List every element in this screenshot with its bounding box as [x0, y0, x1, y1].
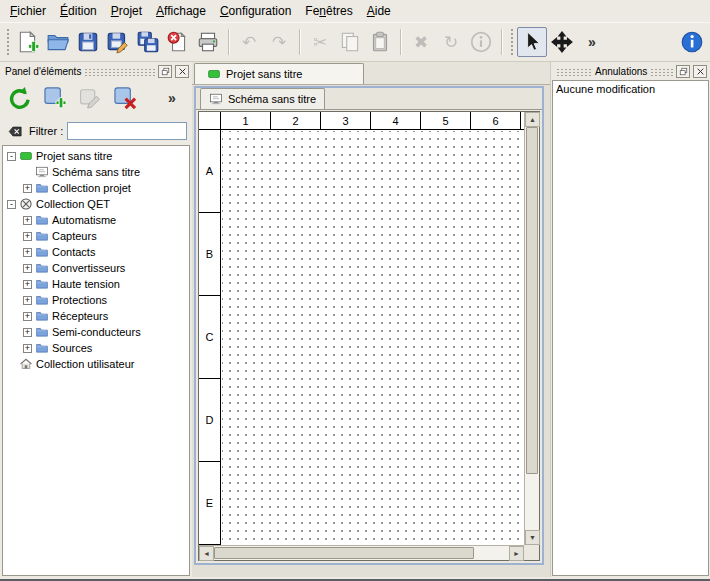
- menu-affichage[interactable]: Affichage: [149, 0, 213, 22]
- expander-plus-icon[interactable]: +: [23, 264, 32, 273]
- expander-plus-icon[interactable]: +: [23, 184, 32, 193]
- expander-plus-icon[interactable]: +: [23, 296, 32, 305]
- rotate-button[interactable]: ↻: [436, 27, 466, 57]
- undo-panel-drag-handle-left[interactable]: [556, 68, 592, 76]
- save-button[interactable]: [73, 27, 103, 57]
- horizontal-scroll-thumb[interactable]: [214, 547, 474, 559]
- undo-history-list[interactable]: Aucune modification: [552, 80, 709, 576]
- paste-icon: [368, 30, 392, 54]
- menu-projet[interactable]: Projet: [104, 0, 149, 22]
- close-document-button[interactable]: [163, 27, 193, 57]
- tree-item[interactable]: +Convertisseurs: [3, 260, 189, 276]
- tree-item[interactable]: Collection utilisateur: [3, 356, 189, 372]
- tree-item[interactable]: -Projet sans titre: [3, 148, 189, 164]
- expander-minus-icon[interactable]: -: [7, 152, 16, 161]
- scroll-tool-button[interactable]: [547, 27, 577, 57]
- cursor-icon: [520, 30, 544, 54]
- info-blue-icon: [680, 30, 704, 54]
- open-document-button[interactable]: [43, 27, 73, 57]
- redo-button[interactable]: ↷: [264, 27, 294, 57]
- expander-plus-icon[interactable]: +: [23, 328, 32, 337]
- scroll-left-button[interactable]: ◄: [199, 546, 214, 561]
- tab-schema[interactable]: Schéma sans titre: [200, 88, 325, 109]
- delete-button[interactable]: ✖: [406, 27, 436, 57]
- float-elements-panel-button[interactable]: [158, 65, 172, 78]
- column-header: 4: [371, 112, 421, 129]
- new-element-button[interactable]: [39, 82, 71, 114]
- row-header: A: [199, 130, 220, 213]
- horizontal-scroll-track[interactable]: [214, 546, 509, 560]
- expander-plus-icon[interactable]: +: [23, 280, 32, 289]
- elements-panel: Panel d'éléments » Filtrer : -Projet san…: [0, 62, 192, 577]
- copy-button[interactable]: [335, 27, 365, 57]
- toolbar-overflow-button[interactable]: »: [577, 27, 607, 57]
- menu-aide[interactable]: Aide: [360, 0, 398, 22]
- about-button[interactable]: [677, 27, 707, 57]
- panel-toolbar-overflow-button[interactable]: »: [156, 82, 188, 114]
- expander-plus-icon[interactable]: +: [23, 216, 32, 225]
- tree-item[interactable]: +Protections: [3, 292, 189, 308]
- menu-edition[interactable]: Édition: [53, 0, 104, 22]
- expander-plus-icon[interactable]: +: [23, 344, 32, 353]
- expander-plus-icon[interactable]: +: [23, 312, 32, 321]
- folder-icon: [35, 181, 49, 195]
- float-undo-panel-button[interactable]: [676, 65, 690, 78]
- tree-item[interactable]: +Capteurs: [3, 228, 189, 244]
- scroll-down-button[interactable]: ▼: [525, 530, 540, 545]
- clear-filter-button[interactable]: [5, 123, 25, 139]
- tree-item-label: Capteurs: [52, 230, 97, 242]
- tree-item[interactable]: +Semi-conducteurs: [3, 324, 189, 340]
- vertical-scroll-thumb[interactable]: [526, 127, 538, 474]
- cross-icon: ✖: [409, 30, 433, 54]
- edit-element-button[interactable]: [74, 82, 106, 114]
- save-all-button[interactable]: [133, 27, 163, 57]
- tree-item-label: Collection QET: [36, 198, 110, 210]
- paste-button[interactable]: [365, 27, 395, 57]
- expander-minus-icon[interactable]: -: [7, 200, 16, 209]
- tree-item[interactable]: -Collection QET: [3, 196, 189, 212]
- select-tool-button[interactable]: [517, 27, 547, 57]
- undo-panel-title: Annulations: [595, 66, 647, 77]
- tree-item[interactable]: +Collection projet: [3, 180, 189, 196]
- close-undo-panel-button[interactable]: [693, 65, 707, 78]
- tree-item[interactable]: +Automatisme: [3, 212, 189, 228]
- undo-empty-text: Aucune modification: [553, 81, 708, 97]
- scroll-right-button[interactable]: ►: [509, 546, 524, 561]
- cut-button[interactable]: ✂: [305, 27, 335, 57]
- toolbar-drag-handle[interactable]: [510, 28, 514, 56]
- tree-item[interactable]: +Sources: [3, 340, 189, 356]
- tab-project[interactable]: Projet sans titre: [194, 63, 364, 84]
- new-document-button[interactable]: [13, 27, 43, 57]
- vertical-scrollbar[interactable]: ▲ ▼: [524, 112, 539, 545]
- toolbar-drag-handle[interactable]: [6, 28, 10, 56]
- vertical-scroll-track[interactable]: [525, 127, 539, 530]
- menu-fenetres[interactable]: Fenêtres: [298, 0, 359, 22]
- column-header: 2: [271, 112, 321, 129]
- drawing-canvas[interactable]: [222, 131, 524, 545]
- filter-input[interactable]: [67, 122, 187, 140]
- close-icon: [178, 67, 187, 76]
- expander-plus-icon[interactable]: +: [23, 232, 32, 241]
- tree-item[interactable]: +Contacts: [3, 244, 189, 260]
- expander-plus-icon[interactable]: +: [23, 248, 32, 257]
- reload-collections-button[interactable]: [4, 82, 36, 114]
- information-button[interactable]: [466, 27, 496, 57]
- elements-panel-title: Panel d'éléments: [5, 66, 81, 77]
- tree-item[interactable]: Schéma sans titre: [3, 164, 189, 180]
- menu-fichier[interactable]: Fichier: [3, 0, 53, 22]
- horizontal-scrollbar[interactable]: ◄ ►: [199, 545, 524, 560]
- print-button[interactable]: [193, 27, 223, 57]
- floppy-icon: [76, 30, 100, 54]
- undo-panel-drag-handle-right[interactable]: [650, 68, 673, 76]
- tree-item[interactable]: +Récepteurs: [3, 308, 189, 324]
- menu-configuration[interactable]: Configuration: [213, 0, 298, 22]
- elements-panel-drag-handle[interactable]: [84, 68, 155, 76]
- tree-item-label: Récepteurs: [52, 310, 108, 322]
- scroll-up-button[interactable]: ▲: [525, 112, 540, 127]
- delete-element-button[interactable]: [109, 82, 141, 114]
- save-as-button[interactable]: [103, 27, 133, 57]
- undo-button[interactable]: ↶: [234, 27, 264, 57]
- close-elements-panel-button[interactable]: [175, 65, 189, 78]
- tree-item[interactable]: +Haute tension: [3, 276, 189, 292]
- qet-icon: [19, 197, 33, 211]
